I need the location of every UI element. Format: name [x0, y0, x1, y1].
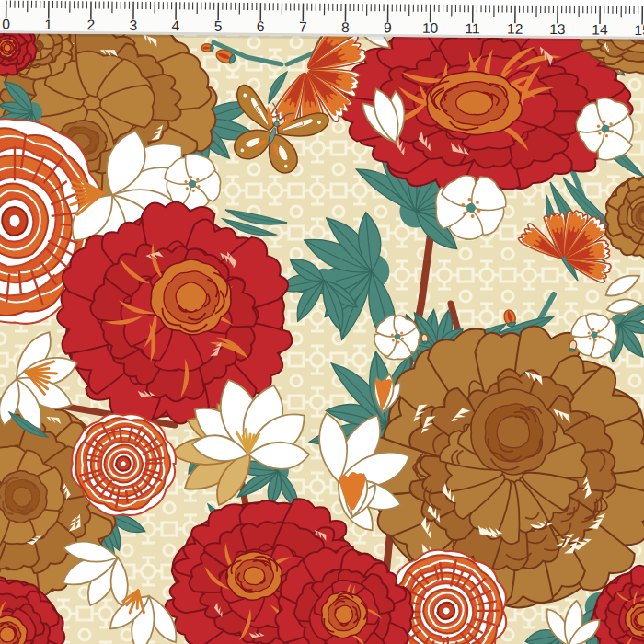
svg-text:5: 5 [214, 18, 223, 34]
svg-text:1: 1 [44, 17, 52, 32]
svg-text:10: 10 [422, 20, 439, 36]
svg-text:13: 13 [549, 21, 565, 37]
svg-text:14: 14 [592, 21, 608, 37]
svg-text:12: 12 [507, 21, 523, 37]
svg-text:15: 15 [634, 22, 644, 38]
svg-text:9: 9 [384, 19, 392, 35]
svg-text:2: 2 [86, 17, 95, 32]
svg-text:7: 7 [299, 19, 307, 35]
svg-text:11: 11 [466, 20, 480, 36]
svg-text:0: 0 [2, 17, 10, 32]
svg-text:6: 6 [257, 18, 265, 34]
svg-text:4: 4 [172, 17, 180, 33]
svg-text:8: 8 [341, 19, 350, 35]
svg-text:3: 3 [129, 17, 137, 33]
